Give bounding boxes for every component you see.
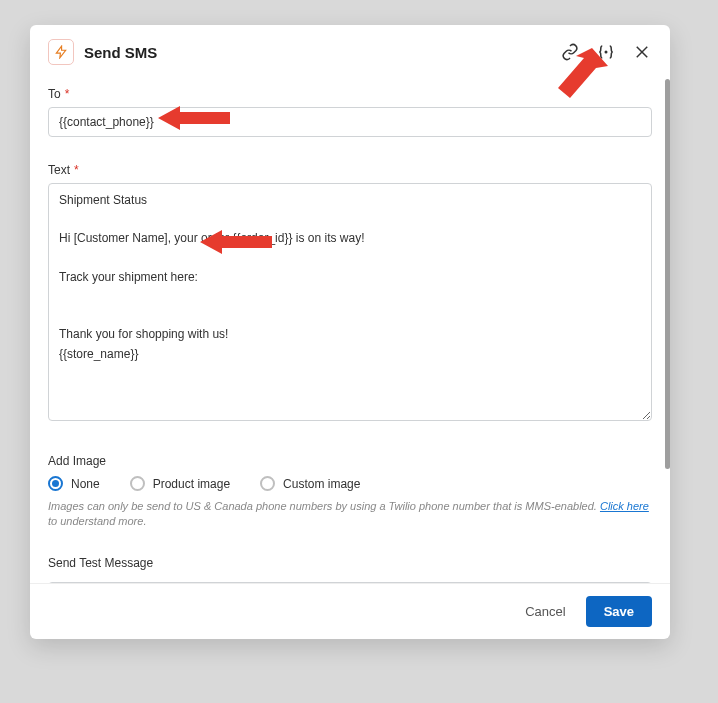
radio-custom-image[interactable]: Custom image [260, 476, 360, 491]
radio-product-image[interactable]: Product image [130, 476, 230, 491]
send-test-label: Send Test Message [48, 556, 652, 570]
scrollbar[interactable] [665, 79, 670, 469]
radio-icon [130, 476, 145, 491]
close-icon[interactable] [632, 42, 652, 62]
lightning-icon [48, 39, 74, 65]
save-button[interactable]: Save [586, 596, 652, 627]
help-prefix: Images can only be send to US & Canada p… [48, 500, 600, 512]
to-input[interactable] [48, 107, 652, 137]
header-actions [560, 42, 652, 62]
cancel-button[interactable]: Cancel [519, 596, 571, 627]
to-label: To* [48, 87, 652, 101]
help-suffix: to understand more. [48, 515, 146, 527]
svg-point-0 [605, 51, 607, 53]
link-icon[interactable] [560, 42, 580, 62]
text-label-text: Text [48, 163, 70, 177]
modal-body: To* Text* Add Image None Product image C… [30, 79, 670, 583]
radio-none-label: None [71, 477, 100, 491]
to-label-text: To [48, 87, 61, 101]
modal-footer: Cancel Save [30, 583, 670, 639]
radio-custom-label: Custom image [283, 477, 360, 491]
send-sms-modal: Send SMS To* Text* Add Image [30, 25, 670, 639]
radio-product-label: Product image [153, 477, 230, 491]
add-image-options: None Product image Custom image [48, 476, 652, 491]
text-label: Text* [48, 163, 652, 177]
text-textarea[interactable] [48, 183, 652, 421]
modal-header: Send SMS [30, 25, 670, 79]
required-marker: * [74, 163, 79, 177]
test-message-input[interactable] [48, 582, 652, 583]
add-image-label: Add Image [48, 454, 652, 468]
variables-icon[interactable] [596, 42, 616, 62]
radio-icon [260, 476, 275, 491]
radio-none[interactable]: None [48, 476, 100, 491]
radio-icon [48, 476, 63, 491]
required-marker: * [65, 87, 70, 101]
click-here-link[interactable]: Click here [600, 500, 649, 512]
add-image-help: Images can only be send to US & Canada p… [48, 499, 652, 530]
modal-title: Send SMS [84, 44, 550, 61]
